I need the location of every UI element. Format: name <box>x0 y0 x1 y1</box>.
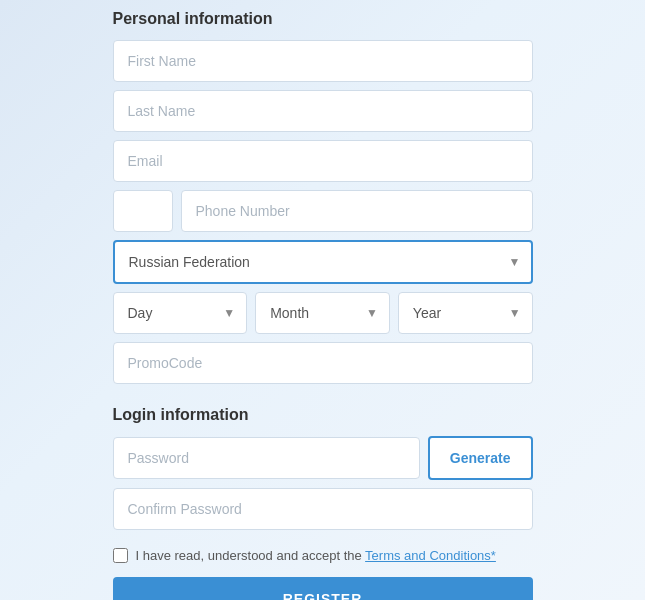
terms-link[interactable]: Terms and Conditions* <box>365 548 496 563</box>
year-select[interactable]: Year 202420001990 198019701960 <box>398 292 533 334</box>
year-select-container: Year 202420001990 198019701960 ▼ <box>398 292 533 334</box>
login-info-title: Login information <box>113 406 533 424</box>
month-select[interactable]: Month JanuaryFebruaryMarch AprilMayJune … <box>255 292 390 334</box>
last-name-input[interactable] <box>113 90 533 132</box>
phone-row: 7 <box>113 190 533 232</box>
terms-checkbox-row: I have read, understood and accept the T… <box>113 548 533 563</box>
register-button[interactable]: REGISTER <box>113 577 533 600</box>
country-select[interactable]: Russian Federation United States United … <box>113 240 533 284</box>
promo-code-input[interactable] <box>113 342 533 384</box>
password-row: Generate <box>113 436 533 480</box>
phone-number-input[interactable] <box>181 190 533 232</box>
generate-button[interactable]: Generate <box>428 436 533 480</box>
phone-country-code-input[interactable]: 7 <box>113 190 173 232</box>
country-select-container: Russian Federation United States United … <box>113 240 533 284</box>
terms-label: I have read, understood and accept the T… <box>136 548 496 563</box>
password-input[interactable] <box>113 437 420 479</box>
date-row: Day 1234 5101520 253031 ▼ Month JanuaryF… <box>113 292 533 334</box>
terms-checkbox[interactable] <box>113 548 128 563</box>
day-select-container: Day 1234 5101520 253031 ▼ <box>113 292 248 334</box>
month-select-container: Month JanuaryFebruaryMarch AprilMayJune … <box>255 292 390 334</box>
password-input-wrap <box>113 437 420 479</box>
confirm-password-input[interactable] <box>113 488 533 530</box>
email-input[interactable] <box>113 140 533 182</box>
personal-info-title: Personal information <box>113 10 533 28</box>
form-container: Personal information 7 Russian Federatio… <box>113 10 533 600</box>
day-select[interactable]: Day 1234 5101520 253031 <box>113 292 248 334</box>
first-name-input[interactable] <box>113 40 533 82</box>
